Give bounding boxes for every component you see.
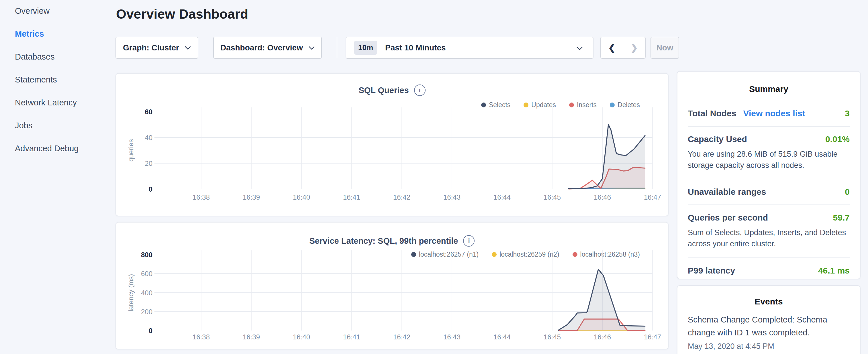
sidebar-item-jobs[interactable]: Jobs	[15, 122, 116, 130]
time-forward-button[interactable]: ❯	[623, 37, 645, 58]
graph-dropdown[interactable]: Graph: Cluster	[116, 37, 198, 59]
sidebar: OverviewMetricsDatabasesStatementsNetwor…	[0, 0, 116, 354]
dashboard-dropdown-label: Dashboard: Overview	[220, 43, 303, 53]
summary-value: 0	[845, 187, 850, 197]
metrics-page: OverviewMetricsDatabasesStatementsNetwor…	[0, 0, 868, 354]
toolbar: Graph: Cluster Dashboard: Overview 10m P…	[116, 37, 669, 59]
sidebar-item-metrics[interactable]: Metrics	[15, 30, 116, 38]
svg-text:16:44: 16:44	[493, 333, 510, 341]
svg-text:40: 40	[145, 134, 152, 141]
summary-row: P99 latency46.1 ms	[688, 257, 850, 283]
svg-text:16:43: 16:43	[443, 333, 461, 341]
summary-label: Unavailable ranges	[688, 187, 766, 197]
summary-label: Capacity Used	[688, 134, 747, 144]
sidebar-item-advanced-debug[interactable]: Advanced Debug	[15, 144, 116, 153]
svg-text:0: 0	[149, 327, 152, 334]
svg-text:16:42: 16:42	[393, 193, 410, 201]
view-nodes-link[interactable]: View nodes list	[743, 108, 805, 118]
event-text: Schema Change Completed: Schema change w…	[688, 313, 850, 339]
summary-label: Queries per second	[688, 213, 768, 223]
now-button[interactable]: Now	[651, 37, 679, 59]
sql-queries-card: SQL Queries i SelectsUpdatesInsertsDelet…	[116, 73, 669, 216]
svg-text:16:45: 16:45	[544, 193, 561, 201]
sidebar-item-databases[interactable]: Databases	[15, 53, 116, 61]
svg-text:16:38: 16:38	[192, 193, 210, 201]
sidebar-item-statements[interactable]: Statements	[15, 75, 116, 84]
summary-row-head: Capacity Used0.01%	[688, 134, 850, 144]
time-range-dropdown[interactable]: 10m Past 10 Minutes	[346, 37, 593, 59]
summary-subtext: Sum of Selects, Updates, Inserts, and De…	[688, 227, 850, 250]
svg-text:16:43: 16:43	[443, 193, 461, 201]
svg-text:200: 200	[141, 308, 152, 316]
svg-text:60: 60	[145, 108, 152, 116]
summary-row: Total NodesView nodes list3	[688, 101, 850, 126]
time-range-label: Past 10 Minutes	[385, 43, 446, 53]
svg-text:600: 600	[141, 270, 152, 278]
summary-heading: Summary	[688, 84, 850, 94]
svg-text:16:41: 16:41	[343, 193, 360, 201]
service-latency-chart[interactable]: 16:3816:3916:4016:4116:4216:4316:4416:45…	[116, 223, 668, 349]
svg-text:16:47: 16:47	[644, 333, 661, 341]
svg-text:16:45: 16:45	[544, 333, 561, 341]
svg-text:16:39: 16:39	[243, 193, 260, 201]
chevron-down-icon	[577, 47, 583, 50]
time-back-button[interactable]: ❮	[601, 37, 623, 58]
summary-row-head: Unavailable ranges0	[688, 187, 850, 197]
summary-row: Queries per second59.7Sum of Selects, Up…	[688, 204, 850, 257]
events-list: Schema Change Completed: Schema change w…	[688, 313, 850, 351]
svg-text:16:40: 16:40	[293, 333, 310, 341]
svg-text:0: 0	[149, 185, 152, 193]
svg-text:800: 800	[141, 251, 152, 259]
summary-value: 3	[845, 108, 850, 118]
summary-value: 59.7	[833, 213, 850, 223]
summary-row: Capacity Used0.01%You are using 28.6 MiB…	[688, 126, 850, 179]
svg-text:16:42: 16:42	[393, 333, 410, 341]
chevron-down-icon	[185, 46, 191, 50]
service-latency-card: Service Latency: SQL, 99th percentile i …	[116, 222, 669, 349]
svg-text:400: 400	[141, 289, 152, 297]
svg-text:16:47: 16:47	[644, 193, 661, 201]
svg-text:16:39: 16:39	[243, 333, 260, 341]
summary-row-head: Total NodesView nodes list3	[688, 108, 850, 118]
time-pager: ❮ ❯	[600, 37, 646, 59]
summary-row: Unavailable ranges0	[688, 179, 850, 204]
sidebar-item-network-latency[interactable]: Network Latency	[15, 99, 116, 107]
svg-text:16:46: 16:46	[594, 333, 611, 341]
summary-subtext: You are using 28.6 MiB of 515.9 GiB usab…	[688, 149, 850, 171]
main-content: Overview Dashboard Graph: Cluster Dashbo…	[116, 0, 669, 354]
svg-text:16:41: 16:41	[343, 333, 360, 341]
chevron-left-icon: ❮	[608, 43, 615, 53]
summary-label: Total Nodes	[688, 108, 736, 118]
events-card: Events Schema Change Completed: Schema c…	[677, 285, 861, 354]
summary-row-head: Queries per second59.7	[688, 213, 850, 223]
svg-text:20: 20	[145, 160, 152, 167]
dashboard-dropdown[interactable]: Dashboard: Overview	[213, 37, 322, 59]
summary-rows: Total NodesView nodes list3Capacity Used…	[688, 101, 850, 283]
summary-value: 46.1 ms	[818, 266, 850, 276]
page-title: Overview Dashboard	[116, 6, 248, 22]
sidebar-item-overview[interactable]: Overview	[15, 7, 116, 15]
event-item[interactable]: Schema Change Completed: Schema change w…	[688, 313, 850, 351]
toolbar-divider	[337, 37, 337, 58]
svg-text:16:38: 16:38	[192, 333, 210, 341]
summary-card: Summary Total NodesView nodes list3Capac…	[677, 71, 861, 279]
chevron-down-icon	[309, 46, 315, 50]
svg-text:16:44: 16:44	[493, 193, 510, 201]
sql-queries-chart[interactable]: 16:3816:3916:4016:4116:4216:4316:4416:45…	[116, 74, 668, 216]
summary-value: 0.01%	[825, 134, 850, 144]
summary-row-head: P99 latency46.1 ms	[688, 266, 850, 276]
chevron-right-icon: ❯	[630, 43, 638, 53]
summary-label: P99 latency	[688, 266, 735, 276]
time-range-badge: 10m	[354, 41, 377, 55]
svg-text:16:46: 16:46	[594, 193, 611, 201]
svg-text:16:40: 16:40	[293, 193, 310, 201]
events-heading: Events	[688, 297, 850, 307]
graph-dropdown-label: Graph: Cluster	[123, 43, 179, 53]
event-timestamp: May 13, 2020 at 4:45 PM	[688, 342, 850, 351]
